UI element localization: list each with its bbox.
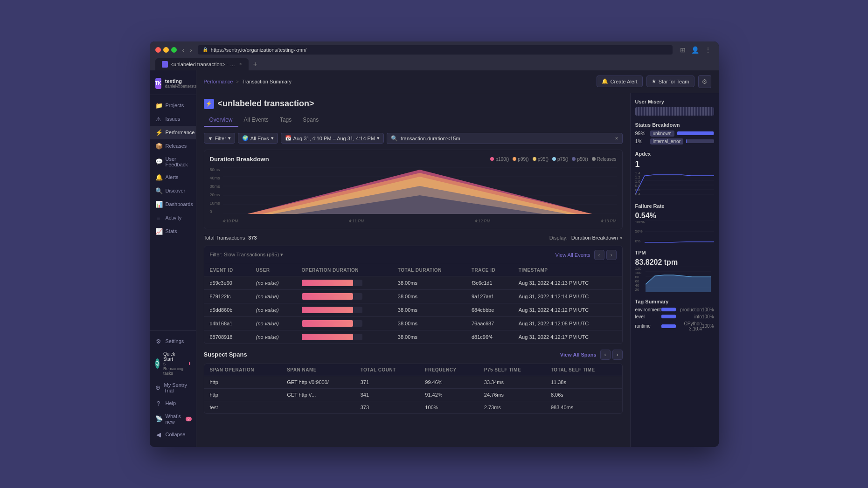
tab-spans[interactable]: Spans [297, 114, 324, 127]
page-content: ⚡ <unlabeled transaction> Overview All E… [196, 93, 719, 447]
lock-icon: 🔒 [202, 47, 208, 52]
tag-name: runtime [635, 323, 659, 329]
tab-all-events[interactable]: All Events [238, 114, 274, 127]
status-item-internal-error: 1% internal_error [635, 138, 714, 144]
filter-bar: ▼ Filter ▾ 🌍 All Envs ▾ 📅 Aug 31, 4:10 P… [204, 133, 623, 144]
spans-next-button[interactable]: › [612, 350, 623, 360]
sidebar-item-discover[interactable]: 🔍 Discover [150, 184, 196, 198]
tab-close-button[interactable]: × [239, 62, 242, 67]
minimize-button[interactable] [163, 47, 169, 53]
trace-id-cell[interactable]: f3c6c1d1 [466, 276, 513, 289]
address-bar[interactable]: 🔒 https://sentry.io/organizations/testin… [198, 45, 673, 55]
new-tab-button[interactable]: + [250, 58, 261, 70]
close-button[interactable] [155, 47, 161, 53]
more-options[interactable]: ⋮ [703, 45, 713, 55]
event-id-cell[interactable]: d4b168a1 [204, 316, 250, 330]
tab-overview[interactable]: Overview [204, 114, 238, 127]
back-button[interactable]: ‹ [181, 45, 187, 55]
search-input[interactable] [401, 136, 612, 141]
help-icon: ? [155, 400, 162, 407]
sidebar-label-issues: Issues [166, 116, 181, 122]
quick-start-sub: 5 Remaining tasks [163, 362, 183, 376]
sidebar-item-performance[interactable]: ⚡ Performance [150, 126, 196, 139]
filter-button[interactable]: ▼ Filter ▾ [204, 133, 235, 144]
table-row[interactable]: d4b168a1 (no value) 38.00ms 76aac687 Aug… [204, 316, 622, 330]
sidebar-item-projects[interactable]: 📁 Projects [150, 99, 196, 112]
create-alert-button[interactable]: 🔔 Create Alert [597, 76, 643, 87]
sidebar-item-help[interactable]: ? Help [150, 397, 196, 410]
spans-row[interactable]: test 373 100% 2.73ms 983.40ms [204, 401, 622, 413]
tab-tags[interactable]: Tags [274, 114, 297, 127]
view-all-events-button[interactable]: View All Events [555, 252, 590, 258]
search-bar[interactable]: 🔍 × [387, 133, 622, 144]
sidebar-item-issues[interactable]: ⚠ Issues [150, 112, 196, 126]
tag-summary-item: runtime CPython 3.10.4 100% [635, 321, 714, 331]
filter-dropdown-icon: ▾ [228, 135, 231, 141]
duration-bar-container [302, 320, 362, 327]
trace-id-cell[interactable]: 684cbbbe [466, 303, 513, 316]
sidebar-item-dashboards[interactable]: 📊 Dashboards [150, 198, 196, 211]
event-id-cell[interactable]: 879122fc [204, 289, 250, 303]
table-filter-label[interactable]: Filter: Slow Transactions (p95) ▾ [210, 252, 284, 258]
filter-icon: ▼ [208, 136, 213, 141]
tpm-chart: 12010080604020 [635, 267, 714, 292]
sidebar-item-releases[interactable]: 📦 Releases [150, 139, 196, 153]
top-actions: 🔔 Create Alert ★ Star for Team ⚙ [597, 75, 711, 88]
table-row[interactable]: d59c3e60 (no value) 38.00ms f3c6c1d1 Aug… [204, 276, 622, 289]
user-misery-section: User Misery [635, 99, 714, 116]
sidebar-item-user-feedback[interactable]: 💬 User Feedback [150, 153, 196, 171]
sidebar-item-activity[interactable]: ≡ Activity [150, 211, 196, 225]
table-row[interactable]: 68708918 (no value) 38.00ms d81c96f4 Aug… [204, 330, 622, 344]
trace-id-cell[interactable]: 9a127aaf [466, 289, 513, 303]
sidebar-toggle[interactable]: ⊞ [678, 45, 687, 55]
env-selector[interactable]: 🌍 All Envs ▾ [238, 133, 278, 144]
quick-start[interactable]: Q Quick Start 5 Remaining tasks [150, 348, 196, 379]
table-prev-button[interactable]: ‹ [594, 250, 604, 260]
spans-data-table: SPAN OPERATION SPAN NAME TOTAL COUNT FRE… [204, 364, 622, 413]
sidebar-item-stats[interactable]: 📈 Stats [150, 225, 196, 238]
trace-id-cell[interactable]: 76aac687 [466, 316, 513, 330]
duration-bar [302, 334, 354, 340]
display-dropdown-icon: ▾ [620, 235, 623, 241]
table-row[interactable]: 879122fc (no value) 38.00ms 9a127aaf Aug… [204, 289, 622, 303]
spans-row[interactable]: http GET http://0:9000/ 371 99.46% 33.34… [204, 376, 622, 388]
search-icon: 🔍 [391, 135, 398, 142]
tag-bar [661, 315, 676, 318]
span-name-cell[interactable] [281, 401, 355, 413]
user-cell: (no value) [250, 316, 296, 330]
table-row[interactable]: d5dd860b (no value) 38.00ms 684cbbbe Aug… [204, 303, 622, 316]
page-settings-button[interactable]: ⚙ [698, 75, 711, 88]
sidebar-item-collapse[interactable]: ◀ Collapse [150, 428, 196, 441]
span-name-cell[interactable]: GET http://... [281, 388, 355, 401]
duration-bar [302, 307, 354, 313]
account-button[interactable]: 👤 [689, 45, 701, 55]
operation-duration-cell [296, 303, 392, 316]
duration-bar [302, 280, 354, 286]
spans-prev-button[interactable]: ‹ [600, 350, 611, 360]
span-frequency-cell: 99.46% [419, 376, 479, 388]
trace-id-cell[interactable]: d81c96f4 [466, 330, 513, 344]
search-clear-button[interactable]: × [615, 135, 618, 142]
active-tab[interactable]: <unlabeled transaction> - Pe... × [155, 58, 249, 70]
display-selector[interactable]: Display: Duration Breakdown ▾ [549, 235, 623, 241]
duration-bar-container [302, 307, 362, 313]
date-range-selector[interactable]: 📅 Aug 31, 4:10 PM – Aug 31, 4:14 PM ▾ [281, 133, 384, 144]
sidebar-item-whats-new[interactable]: 📡 What's new 2 [150, 410, 196, 428]
sidebar-item-my-sentry-trial[interactable]: ⊕ My Sentry Trial [150, 379, 196, 397]
spans-col-operation: SPAN OPERATION [204, 364, 282, 376]
event-id-cell[interactable]: d5dd860b [204, 303, 250, 316]
forward-button[interactable]: › [188, 45, 194, 55]
sidebar-item-alerts[interactable]: 🔔 Alerts [150, 171, 196, 184]
chart-legend: p100() p99() p95() p75() [490, 157, 616, 162]
spans-row[interactable]: http GET http://... 341 91.42% 24.76ms 8… [204, 388, 622, 401]
view-all-spans-button[interactable]: View All Spans [560, 352, 597, 357]
maximize-button[interactable] [171, 47, 177, 53]
star-for-team-button[interactable]: ★ Star for Team [646, 76, 694, 87]
breadcrumb-parent[interactable]: Performance [204, 79, 233, 84]
sidebar-item-settings[interactable]: ⚙ Settings [150, 335, 196, 348]
operation-duration-cell [296, 276, 392, 289]
event-id-cell[interactable]: d59c3e60 [204, 276, 250, 289]
table-next-button[interactable]: › [606, 250, 617, 260]
span-name-cell[interactable]: GET http://0:9000/ [281, 376, 355, 388]
event-id-cell[interactable]: 68708918 [204, 330, 250, 344]
